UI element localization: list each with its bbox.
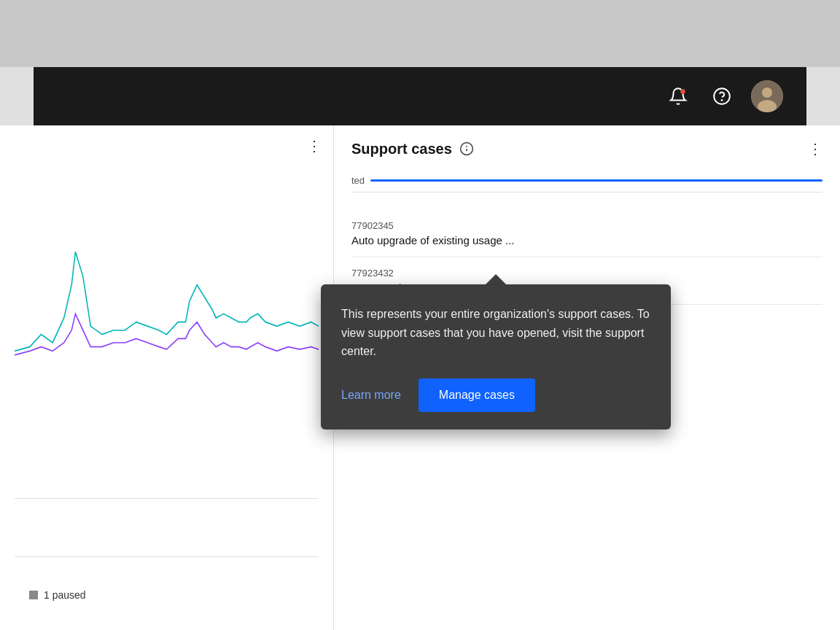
tooltip-body: This represents your entire organization… [341,305,650,361]
info-button[interactable] [459,141,474,156]
line-chart [15,169,319,417]
chart-divider-2 [15,556,319,557]
learn-more-button[interactable]: Learn more [341,389,401,402]
panel-title: Support cases [351,141,452,158]
case-id: 77923432 [351,268,822,279]
svg-point-0 [680,89,685,94]
notification-button[interactable] [664,82,693,111]
left-panel-menu-button[interactable]: ⋮ [307,137,322,155]
nav-bar [34,67,806,125]
avatar-image [751,80,783,112]
case-title: Auto upgrade of existing usage ... [351,234,822,246]
status-line: ted [351,169,822,192]
legend-label: 1 paused [44,589,86,601]
case-item[interactable]: 77902345 Auto upgrade of existing usage … [351,210,822,257]
tooltip-arrow [486,274,506,284]
help-circle-icon [712,87,731,106]
manage-cases-button[interactable]: Manage cases [419,378,535,412]
case-id: 77902345 [351,220,822,231]
top-bar [0,0,840,67]
tooltip-popup: This represents your entire organization… [321,284,671,429]
legend-square-icon [29,591,38,599]
chart-container [15,169,319,417]
svg-point-4 [762,88,772,98]
tooltip-actions: Learn more Manage cases [341,378,650,412]
chart-legend: 1 paused [29,589,86,601]
status-blue-indicator [370,179,822,182]
info-circle-icon [459,141,474,156]
panel-header: Support cases ⋮ [351,140,822,158]
bell-icon [669,87,688,106]
panel-title-group: Support cases [351,141,474,158]
svg-point-1 [714,88,730,104]
panel-menu-button[interactable]: ⋮ [808,140,822,158]
avatar[interactable] [751,80,783,112]
chart-divider-1 [15,498,319,499]
help-button[interactable] [707,82,736,111]
status-text: ted [351,175,365,186]
left-panel: ⋮ 1 paused [0,125,334,630]
